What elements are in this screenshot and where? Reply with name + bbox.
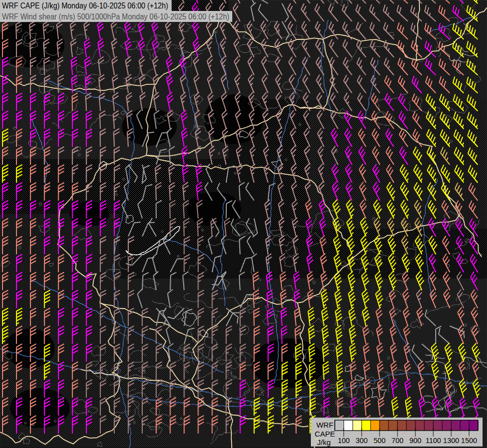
svg-text:J/kg: J/kg (317, 438, 331, 447)
svg-text:WRF CAPE (J/kg) Monday 06-10-2: WRF CAPE (J/kg) Monday 06-10-2025 06:00 … (2, 1, 168, 10)
svg-text:1500: 1500 (461, 437, 477, 445)
svg-text:700: 700 (391, 437, 403, 445)
svg-text:WRF: WRF (316, 421, 333, 429)
svg-text:CAPE: CAPE (315, 430, 335, 438)
svg-text:WRF Wind shear (m/s) 500/1000h: WRF Wind shear (m/s) 500/1000hPa Monday … (2, 12, 229, 21)
svg-text:1300: 1300 (443, 437, 459, 445)
svg-text:1100: 1100 (425, 437, 441, 445)
svg-text:500: 500 (374, 437, 386, 445)
svg-text:300: 300 (356, 437, 368, 445)
svg-text:900: 900 (409, 437, 421, 445)
svg-text:100: 100 (338, 437, 350, 445)
